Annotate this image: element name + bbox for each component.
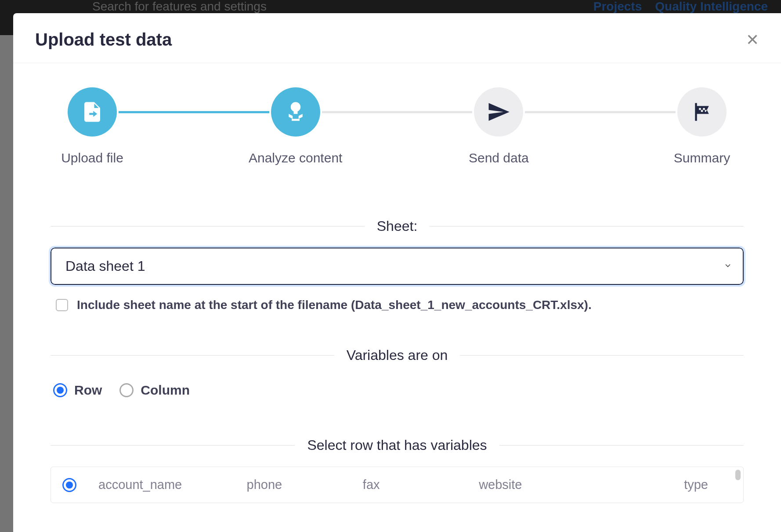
radio-icon [53,383,67,397]
cell-website: website [479,478,618,492]
variables-section-label: Variables are on [334,347,460,363]
upload-test-data-modal: Upload test data ✕ Upload file Analyze c… [13,13,781,532]
radio-row-option[interactable]: Row [53,383,102,398]
step-send-data[interactable]: Send data [472,87,525,165]
select-row-section-header: Select row that has variables [51,437,744,453]
backdrop-left-pane [0,35,13,532]
cell-fax: fax [363,478,470,492]
variables-section-header: Variables are on [51,347,744,363]
radio-column-option[interactable]: Column [119,383,190,398]
step-summary[interactable]: Summary [676,87,728,165]
sheet-section-label: Sheet: [365,218,430,234]
backdrop-header: Search for features and settings Project… [0,0,781,13]
radio-column-label: Column [141,383,190,398]
step-label: Upload file [61,151,123,165]
select-row-section-label: Select row that has variables [295,437,499,453]
step-label: Send data [469,151,529,165]
include-sheet-name-checkbox[interactable] [56,299,68,311]
analyze-icon [271,87,320,137]
table-scrollbar[interactable] [735,470,741,480]
step-label: Summary [674,151,730,165]
variable-row-table: account_name phone fax website type [51,467,744,503]
backdrop-nav: Projects Quality Intelligence [593,0,768,14]
nav-projects[interactable]: Projects [593,0,642,14]
sheet-select[interactable]: Data sheet 1 [51,248,744,285]
cell-phone: phone [247,478,354,492]
sheet-select-value: Data sheet 1 [51,248,743,284]
step-connector [525,111,676,113]
file-import-icon [68,87,117,137]
radio-icon[interactable] [62,478,76,492]
step-connector [119,111,269,113]
backdrop-search-text: Search for features and settings [92,0,267,14]
variables-orientation-radios: Row Column [51,377,744,402]
stepper: Upload file Analyze content Send data Su… [13,63,781,183]
cell-account-name: account_name [98,478,238,492]
paper-plane-icon [474,87,523,137]
step-analyze-content[interactable]: Analyze content [269,87,322,165]
modal-header: Upload test data ✕ [13,13,781,63]
sheet-section-header: Sheet: [51,218,744,234]
modal-title: Upload test data [35,30,172,50]
step-connector [322,111,473,113]
checkered-flag-icon [677,87,727,137]
step-upload-file[interactable]: Upload file [66,87,119,165]
include-sheet-name-row[interactable]: Include sheet name at the start of the f… [51,298,744,312]
nav-quality-intelligence[interactable]: Quality Intelligence [655,0,768,14]
modal-body: Sheet: Data sheet 1 Include sheet name a… [13,183,781,532]
table-row-cells: account_name phone fax website type [98,478,734,492]
cell-type: type [627,478,734,492]
include-sheet-name-label: Include sheet name at the start of the f… [77,298,592,312]
step-label: Analyze content [249,151,342,165]
table-row[interactable]: account_name phone fax website type [51,467,743,503]
radio-icon [119,383,134,397]
radio-row-label: Row [74,383,102,398]
close-icon[interactable]: ✕ [746,32,759,48]
